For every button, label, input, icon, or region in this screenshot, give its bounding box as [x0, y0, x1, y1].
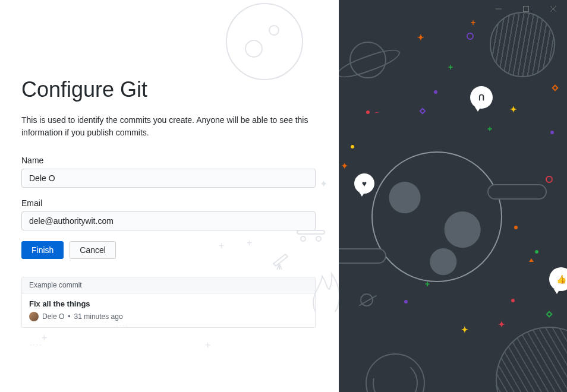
close-button[interactable]: [540, 0, 567, 18]
dot-icon: [351, 145, 354, 148]
thumbsup-icon: 👍: [556, 274, 566, 284]
dot-icon: [434, 90, 437, 94]
ring-icon: [546, 176, 553, 183]
diamond-icon: [552, 84, 558, 91]
octicon-icon: ᑎ: [478, 93, 484, 102]
separator: •: [68, 312, 70, 321]
name-input[interactable]: [21, 169, 316, 188]
svg-rect-0: [524, 7, 529, 12]
email-input[interactable]: [21, 211, 316, 230]
star-icon: +: [471, 18, 475, 27]
triangle-icon: [529, 258, 534, 262]
star-icon: +: [425, 279, 430, 289]
page-title: Configure Git: [21, 77, 317, 102]
commit-title: Fix all the things: [29, 299, 308, 308]
sparkle-icon: ····: [30, 343, 37, 346]
avatar: [29, 312, 39, 321]
cloud-icon: [487, 184, 547, 200]
example-commit-box: Example commit Fix all the things Dele O…: [21, 277, 316, 328]
gas-giant-icon: [496, 327, 567, 392]
star-icon: ✦: [498, 320, 505, 329]
small-planet-icon: [366, 353, 425, 392]
minimize-button[interactable]: [485, 0, 512, 18]
titlebar: [0, 0, 567, 18]
sparkle-icon: ✦: [320, 178, 327, 189]
decorative-background: + + + + ···· ···· ✦: [0, 0, 339, 392]
example-commit-body: Fix all the things Dele O • 31 minutes a…: [22, 293, 315, 327]
heart-icon: ♥: [362, 179, 367, 188]
commit-meta: Dele O • 31 minutes ago: [29, 312, 308, 321]
commit-author: Dele O: [42, 312, 64, 321]
finish-button[interactable]: Finish: [21, 241, 64, 259]
right-pane: ᑎ ♥ 👍 ✦ + + – ✦ ✦ + ✦ ✦ +: [339, 0, 567, 392]
striped-planet-icon: [490, 12, 555, 77]
example-commit-header: Example commit: [22, 277, 315, 293]
dot-icon: [511, 299, 515, 302]
speech-bubble-icon: 👍: [549, 267, 567, 291]
name-field: Name: [21, 156, 317, 188]
dot-icon: [535, 250, 538, 254]
app-window: + + + + ···· ···· ✦ Configure Git This i…: [0, 0, 567, 392]
left-pane: + + + + ···· ···· ✦ Configure Git This i…: [0, 0, 339, 392]
maximize-button[interactable]: [512, 0, 540, 18]
plus-icon: +: [42, 333, 47, 343]
star-icon: +: [487, 124, 492, 134]
dot-icon: [514, 226, 518, 229]
page-description: This is used to identify the commits you…: [21, 114, 316, 139]
diamond-icon: [419, 108, 426, 114]
email-field: Email: [21, 198, 317, 230]
orbit-planet-icon: [360, 293, 373, 306]
speech-bubble-icon: ᑎ: [470, 86, 493, 109]
dot-icon: [404, 300, 408, 304]
earth-icon: [371, 151, 502, 282]
svg-point-2: [301, 236, 305, 241]
svg-point-3: [316, 236, 321, 241]
star-icon: ✦: [341, 160, 348, 172]
dash-icon: –: [375, 109, 379, 115]
commit-time: 31 minutes ago: [74, 312, 123, 321]
dot-icon: [366, 110, 370, 114]
dot-icon: [550, 131, 554, 134]
button-row: Finish Cancel: [21, 241, 317, 259]
star-icon: +: [448, 62, 453, 72]
cancel-button[interactable]: Cancel: [70, 241, 116, 259]
email-label: Email: [21, 198, 317, 208]
ring-icon: [467, 33, 474, 40]
name-label: Name: [21, 156, 317, 165]
diamond-icon: [546, 311, 552, 317]
star-icon: ✦: [461, 325, 468, 334]
plus-icon: +: [205, 340, 210, 350]
svg-rect-1: [297, 230, 325, 234]
star-icon: ✦: [417, 33, 424, 42]
speech-bubble-icon: ♥: [354, 173, 374, 194]
star-icon: ✦: [510, 105, 517, 114]
cloud-icon: [339, 248, 386, 264]
